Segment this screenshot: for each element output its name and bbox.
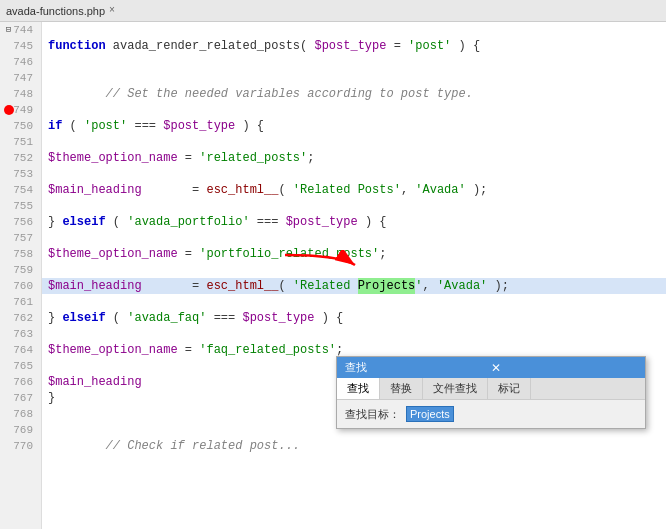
code-line-760: $main_heading = esc_html__( 'Related Pro…: [42, 278, 666, 294]
comment-text: // Check if related post...: [48, 438, 300, 454]
find-panel: 查找 ✕ 查找替换文件查找标记 查找目标： Projects: [336, 356, 646, 429]
line-number-749: 749: [0, 102, 37, 118]
code-text: =: [178, 150, 200, 166]
fn: esc_html__: [206, 182, 278, 198]
string: 'avada_faq': [127, 310, 206, 326]
find-tab-文件查找[interactable]: 文件查找: [423, 378, 488, 399]
code-line-763: [42, 326, 666, 342]
code-line-755: [42, 198, 666, 214]
string: 'faq_related_posts': [199, 342, 336, 358]
code-text3: ) {: [451, 38, 480, 54]
code-line-753: [42, 166, 666, 182]
fn: esc_html__: [206, 278, 278, 294]
line-number-761: 761: [0, 294, 37, 310]
find-tab-查找[interactable]: 查找: [337, 378, 380, 399]
line-number-759: 759: [0, 262, 37, 278]
line-number-747: 747: [0, 70, 37, 86]
line-number-756: 756: [0, 214, 37, 230]
code-text2: (: [106, 214, 128, 230]
line-number-764: 764: [0, 342, 37, 358]
line-number-758: 758: [0, 246, 37, 262]
code-line-762: } elseif ( 'avada_faq' === $post_type ) …: [42, 310, 666, 326]
line-number-gutter: ⊟744745746747748749750751752753754755756…: [0, 22, 42, 529]
code-text2: (: [278, 278, 292, 294]
code-text4: );: [487, 278, 509, 294]
find-input[interactable]: Projects: [406, 406, 454, 422]
string3: 'Avada': [437, 278, 487, 294]
var: $theme_option_name: [48, 342, 178, 358]
code-area[interactable]: function avada_render_related_posts( $po…: [42, 22, 666, 529]
string2: 'Avada': [415, 182, 465, 198]
code-line-757: [42, 230, 666, 246]
code-text: =: [178, 342, 200, 358]
code-text2: ;: [307, 150, 314, 166]
code-text3: ) {: [235, 118, 264, 134]
line-number-762: 762: [0, 310, 37, 326]
string: 'portfolio_related_posts': [199, 246, 379, 262]
code-text: (: [62, 118, 84, 134]
code-text3: ===: [250, 214, 286, 230]
line-number-763: 763: [0, 326, 37, 342]
code-line-756: } elseif ( 'avada_portfolio' === $post_t…: [42, 214, 666, 230]
code-text4: ) {: [314, 310, 343, 326]
string: 'post': [84, 118, 127, 134]
line-number-753: 753: [0, 166, 37, 182]
var: $main_heading: [48, 278, 142, 294]
code-line-749: [42, 102, 666, 118]
code-text4: ) {: [358, 214, 387, 230]
code-line-759: [42, 262, 666, 278]
keyword: elseif: [62, 310, 105, 326]
find-panel-header[interactable]: 查找 ✕: [337, 357, 645, 378]
var: $post_type: [286, 214, 358, 230]
line-number-745: 745: [0, 38, 37, 54]
line-number-754: 754: [0, 182, 37, 198]
line-number-757: 757: [0, 230, 37, 246]
line-number-750: 750: [0, 118, 37, 134]
find-tab-替换[interactable]: 替换: [380, 378, 423, 399]
code-text: =: [142, 278, 207, 294]
code-text: =: [178, 246, 200, 262]
line-number-765: 765: [0, 358, 37, 374]
code-line-748: // Set the needed variables according to…: [42, 86, 666, 102]
string: 'post': [408, 38, 451, 54]
keyword: elseif: [62, 214, 105, 230]
keyword: function: [48, 38, 106, 54]
string2: ': [415, 278, 422, 294]
code-line-758: $theme_option_name = 'portfolio_related_…: [42, 246, 666, 262]
var: $theme_option_name: [48, 150, 178, 166]
string: 'Related Posts': [293, 182, 401, 198]
line-number-755: 755: [0, 198, 37, 214]
string: 'Related: [293, 278, 358, 294]
code-text: }: [48, 310, 62, 326]
var: $post_type: [314, 38, 386, 54]
code-text2: (: [278, 182, 292, 198]
var: $main_heading: [48, 374, 142, 390]
line-number-766: 766: [0, 374, 37, 390]
find-tab-标记[interactable]: 标记: [488, 378, 531, 399]
highlighted-word: Projects: [358, 278, 416, 294]
code-line-770: // Check if related post...: [42, 438, 666, 454]
find-panel-close-icon[interactable]: ✕: [491, 361, 637, 375]
code-text2: ;: [379, 246, 386, 262]
var: $theme_option_name: [48, 246, 178, 262]
line-number-748: 748: [0, 86, 37, 102]
code-line-746: [42, 54, 666, 70]
find-tabs: 查找替换文件查找标记: [337, 378, 645, 400]
line-number-760: 760: [0, 278, 37, 294]
tab-title[interactable]: avada-functions.php: [6, 5, 105, 17]
line-number-752: 752: [0, 150, 37, 166]
title-bar: avada-functions.php ×: [0, 0, 666, 22]
collapse-icon[interactable]: ⊟: [6, 22, 11, 38]
line-number-768: 768: [0, 406, 37, 422]
code-line-754: $main_heading = esc_html__( 'Related Pos…: [42, 182, 666, 198]
code-text3: ,: [401, 182, 415, 198]
line-number-769: 769: [0, 422, 37, 438]
code-line-751: [42, 134, 666, 150]
code-line-752: $theme_option_name = 'related_posts';: [42, 150, 666, 166]
tab-close-button[interactable]: ×: [109, 5, 115, 16]
code-text: =: [142, 182, 207, 198]
code-line-747: [42, 70, 666, 86]
find-panel-title: 查找: [345, 360, 491, 375]
code-text: }: [48, 390, 55, 406]
string: 'avada_portfolio': [127, 214, 249, 230]
